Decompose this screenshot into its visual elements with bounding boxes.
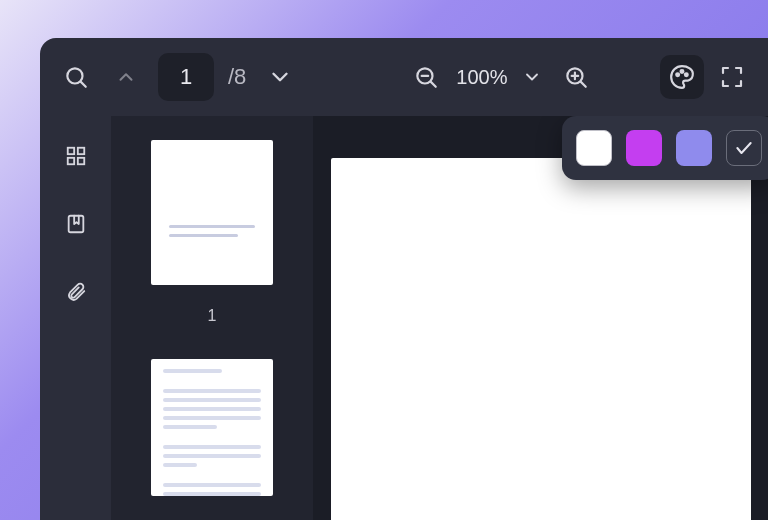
document-page (331, 158, 751, 520)
fullscreen-icon (720, 65, 744, 89)
svg-line-3 (431, 82, 436, 87)
left-sidebar (40, 116, 111, 520)
thumbnail-content (169, 225, 254, 237)
bookmarks-tab[interactable] (56, 204, 96, 244)
theme-popover (562, 116, 768, 180)
thumbnail-content (163, 369, 261, 496)
svg-line-1 (81, 82, 86, 87)
thumbnails-tab[interactable] (56, 136, 96, 176)
zoom-out-button[interactable] (404, 55, 448, 99)
theme-swatch-magenta[interactable] (626, 130, 662, 166)
theme-button[interactable] (660, 55, 704, 99)
toolbar: 1 /8 100% (40, 38, 768, 116)
document-viewport[interactable] (313, 116, 768, 520)
chevron-up-icon (115, 66, 137, 88)
fullscreen-button[interactable] (710, 55, 754, 99)
search-icon (63, 64, 89, 90)
svg-rect-15 (77, 158, 83, 164)
caret-down-icon (522, 67, 542, 87)
thumbnail-page-2[interactable] (151, 359, 273, 496)
svg-rect-16 (68, 216, 83, 233)
zoom-in-button[interactable] (554, 55, 598, 99)
palette-icon (669, 64, 695, 90)
grid-icon (65, 145, 87, 167)
thumbnail-label-1: 1 (208, 307, 217, 325)
body: 1 (40, 116, 768, 520)
chevron-down-icon (267, 64, 293, 90)
svg-line-6 (580, 82, 585, 87)
zoom-out-icon (413, 64, 439, 90)
svg-rect-12 (67, 148, 73, 154)
svg-rect-14 (67, 158, 73, 164)
svg-point-9 (676, 73, 679, 76)
next-page-button[interactable] (258, 55, 302, 99)
page-number-input[interactable]: 1 (158, 53, 214, 101)
svg-point-11 (685, 73, 688, 76)
current-page-value: 1 (180, 64, 192, 90)
attachments-tab[interactable] (56, 272, 96, 312)
theme-swatch-white[interactable] (576, 130, 612, 166)
theme-swatch-lavender[interactable] (676, 130, 712, 166)
zoom-in-icon (563, 64, 589, 90)
theme-confirm-button[interactable] (726, 130, 762, 166)
app-window: 1 /8 100% (40, 38, 768, 520)
thumbnail-panel[interactable]: 1 (111, 116, 313, 520)
check-icon (734, 138, 754, 158)
page-total-label: /8 (228, 64, 246, 90)
zoom-dropdown-button[interactable] (516, 55, 548, 99)
bookmark-icon (65, 213, 87, 235)
prev-page-button[interactable] (104, 55, 148, 99)
thumbnail-page-1[interactable] (151, 140, 273, 285)
zoom-level-label: 100% (456, 66, 507, 89)
attachment-icon (65, 281, 87, 303)
search-button[interactable] (54, 55, 98, 99)
svg-point-10 (681, 70, 684, 73)
svg-rect-13 (77, 148, 83, 154)
